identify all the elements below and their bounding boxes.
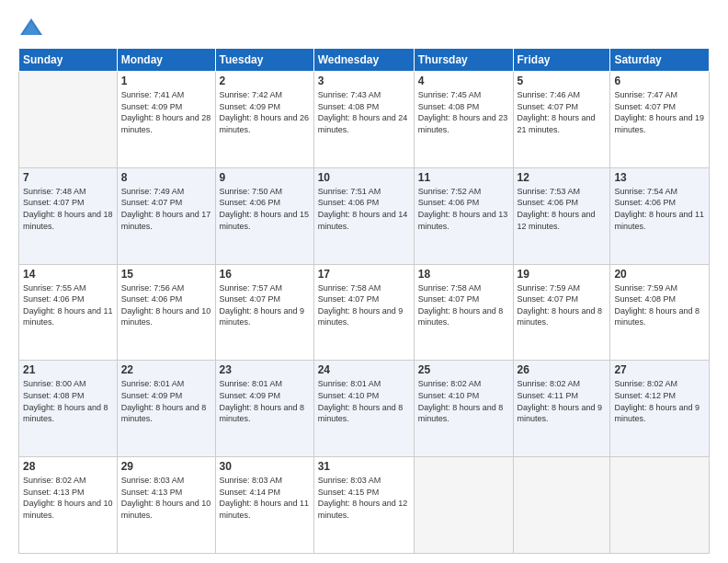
- day-number: 25: [418, 363, 509, 376]
- calendar-day-cell: [19, 72, 118, 168]
- calendar-day-cell: 20Sunrise: 7:59 AMSunset: 4:08 PMDayligh…: [610, 264, 710, 361]
- day-info: Sunrise: 8:03 AMSunset: 4:14 PMDaylight:…: [220, 475, 310, 521]
- day-info: Sunrise: 7:53 AMSunset: 4:06 PMDaylight:…: [518, 186, 607, 232]
- day-number: 19: [518, 268, 607, 281]
- calendar-day-cell: [513, 457, 610, 554]
- day-number: 16: [220, 268, 310, 281]
- day-info: Sunrise: 7:54 AMSunset: 4:06 PMDaylight:…: [614, 186, 705, 232]
- calendar-day-header: Saturday: [610, 49, 710, 72]
- calendar-day-cell: 4Sunrise: 7:45 AMSunset: 4:08 PMDaylight…: [414, 72, 513, 168]
- calendar-day-cell: 11Sunrise: 7:52 AMSunset: 4:06 PMDayligh…: [414, 167, 513, 264]
- day-number: 23: [220, 363, 310, 376]
- day-info: Sunrise: 8:02 AMSunset: 4:11 PMDaylight:…: [518, 378, 607, 424]
- calendar-day-header: Friday: [513, 49, 610, 72]
- day-number: 7: [23, 171, 113, 184]
- calendar-day-cell: [414, 457, 513, 554]
- day-info: Sunrise: 8:02 AMSunset: 4:13 PMDaylight:…: [23, 475, 113, 521]
- day-info: Sunrise: 7:56 AMSunset: 4:06 PMDaylight:…: [121, 282, 211, 328]
- calendar-day-cell: 15Sunrise: 7:56 AMSunset: 4:06 PMDayligh…: [117, 264, 215, 361]
- calendar-day-cell: 28Sunrise: 8:02 AMSunset: 4:13 PMDayligh…: [19, 457, 118, 554]
- day-number: 14: [23, 268, 113, 281]
- calendar-day-cell: 12Sunrise: 7:53 AMSunset: 4:06 PMDayligh…: [513, 167, 610, 264]
- calendar-week-row: 1Sunrise: 7:41 AMSunset: 4:09 PMDaylight…: [19, 72, 710, 168]
- day-number: 18: [418, 268, 509, 281]
- day-number: 4: [418, 75, 509, 87]
- day-number: 13: [614, 171, 705, 184]
- calendar-day-cell: 9Sunrise: 7:50 AMSunset: 4:06 PMDaylight…: [215, 167, 313, 264]
- day-number: 22: [121, 363, 211, 376]
- calendar-day-cell: 29Sunrise: 8:03 AMSunset: 4:13 PMDayligh…: [117, 457, 215, 554]
- calendar-day-cell: 16Sunrise: 7:57 AMSunset: 4:07 PMDayligh…: [215, 264, 313, 361]
- calendar-day-header: Monday: [117, 49, 215, 72]
- day-number: 24: [318, 363, 410, 376]
- day-number: 28: [23, 460, 113, 473]
- day-number: 20: [614, 268, 705, 281]
- calendar-table: SundayMondayTuesdayWednesdayThursdayFrid…: [18, 48, 710, 554]
- day-info: Sunrise: 8:01 AMSunset: 4:09 PMDaylight:…: [220, 378, 310, 424]
- calendar-day-cell: 19Sunrise: 7:59 AMSunset: 4:07 PMDayligh…: [513, 264, 610, 361]
- calendar-day-cell: [610, 457, 710, 554]
- day-info: Sunrise: 7:45 AMSunset: 4:08 PMDaylight:…: [418, 89, 509, 135]
- day-info: Sunrise: 7:52 AMSunset: 4:06 PMDaylight:…: [418, 186, 509, 232]
- page: SundayMondayTuesdayWednesdayThursdayFrid…: [0, 0, 728, 563]
- day-number: 6: [614, 75, 705, 87]
- calendar-day-cell: 3Sunrise: 7:43 AMSunset: 4:08 PMDaylight…: [313, 72, 414, 168]
- day-number: 29: [121, 460, 211, 473]
- day-info: Sunrise: 7:59 AMSunset: 4:08 PMDaylight:…: [614, 282, 705, 328]
- day-number: 15: [121, 268, 211, 281]
- day-info: Sunrise: 7:58 AMSunset: 4:07 PMDaylight:…: [318, 282, 410, 328]
- day-info: Sunrise: 7:47 AMSunset: 4:07 PMDaylight:…: [614, 89, 705, 135]
- day-number: 10: [318, 171, 410, 184]
- calendar-day-cell: 6Sunrise: 7:47 AMSunset: 4:07 PMDaylight…: [610, 72, 710, 168]
- day-info: Sunrise: 7:46 AMSunset: 4:07 PMDaylight:…: [518, 89, 607, 135]
- day-info: Sunrise: 7:41 AMSunset: 4:09 PMDaylight:…: [121, 89, 211, 135]
- calendar-day-cell: 26Sunrise: 8:02 AMSunset: 4:11 PMDayligh…: [513, 361, 610, 457]
- calendar-day-cell: 7Sunrise: 7:48 AMSunset: 4:07 PMDaylight…: [19, 167, 118, 264]
- day-info: Sunrise: 7:50 AMSunset: 4:06 PMDaylight:…: [220, 186, 310, 232]
- calendar-day-header: Sunday: [19, 49, 118, 72]
- calendar-day-cell: 22Sunrise: 8:01 AMSunset: 4:09 PMDayligh…: [117, 361, 215, 457]
- day-info: Sunrise: 7:57 AMSunset: 4:07 PMDaylight:…: [220, 282, 310, 328]
- calendar-day-cell: 10Sunrise: 7:51 AMSunset: 4:06 PMDayligh…: [313, 167, 414, 264]
- calendar-day-cell: 5Sunrise: 7:46 AMSunset: 4:07 PMDaylight…: [513, 72, 610, 168]
- day-number: 2: [220, 75, 310, 87]
- logo: [18, 15, 48, 40]
- day-number: 9: [220, 171, 310, 184]
- day-number: 21: [23, 363, 113, 376]
- day-info: Sunrise: 7:43 AMSunset: 4:08 PMDaylight:…: [318, 89, 410, 135]
- calendar-day-cell: 14Sunrise: 7:55 AMSunset: 4:06 PMDayligh…: [19, 264, 118, 361]
- day-number: 11: [418, 171, 509, 184]
- day-number: 27: [614, 363, 705, 376]
- day-number: 3: [318, 75, 410, 87]
- calendar-day-header: Tuesday: [215, 49, 313, 72]
- calendar-day-cell: 18Sunrise: 7:58 AMSunset: 4:07 PMDayligh…: [414, 264, 513, 361]
- day-number: 8: [121, 171, 211, 184]
- day-info: Sunrise: 7:58 AMSunset: 4:07 PMDaylight:…: [418, 282, 509, 328]
- calendar-week-row: 14Sunrise: 7:55 AMSunset: 4:06 PMDayligh…: [19, 264, 710, 361]
- day-number: 31: [318, 460, 410, 473]
- day-info: Sunrise: 8:02 AMSunset: 4:12 PMDaylight:…: [614, 378, 705, 424]
- day-info: Sunrise: 7:55 AMSunset: 4:06 PMDaylight:…: [23, 282, 113, 328]
- day-number: 5: [518, 75, 607, 87]
- day-number: 30: [220, 460, 310, 473]
- calendar-day-cell: 2Sunrise: 7:42 AMSunset: 4:09 PMDaylight…: [215, 72, 313, 168]
- calendar-day-cell: 27Sunrise: 8:02 AMSunset: 4:12 PMDayligh…: [610, 361, 710, 457]
- day-info: Sunrise: 8:03 AMSunset: 4:15 PMDaylight:…: [318, 475, 410, 521]
- day-info: Sunrise: 8:00 AMSunset: 4:08 PMDaylight:…: [23, 378, 113, 424]
- calendar-day-cell: 8Sunrise: 7:49 AMSunset: 4:07 PMDaylight…: [117, 167, 215, 264]
- calendar-day-cell: 13Sunrise: 7:54 AMSunset: 4:06 PMDayligh…: [610, 167, 710, 264]
- day-info: Sunrise: 7:48 AMSunset: 4:07 PMDaylight:…: [23, 186, 113, 232]
- calendar-day-header: Thursday: [414, 49, 513, 72]
- calendar-day-cell: 1Sunrise: 7:41 AMSunset: 4:09 PMDaylight…: [117, 72, 215, 168]
- calendar-header-row: SundayMondayTuesdayWednesdayThursdayFrid…: [19, 49, 710, 72]
- calendar-day-cell: 25Sunrise: 8:02 AMSunset: 4:10 PMDayligh…: [414, 361, 513, 457]
- calendar-day-cell: 30Sunrise: 8:03 AMSunset: 4:14 PMDayligh…: [215, 457, 313, 554]
- day-info: Sunrise: 8:02 AMSunset: 4:10 PMDaylight:…: [418, 378, 509, 424]
- day-info: Sunrise: 8:01 AMSunset: 4:10 PMDaylight:…: [318, 378, 410, 424]
- calendar-day-cell: 31Sunrise: 8:03 AMSunset: 4:15 PMDayligh…: [313, 457, 414, 554]
- calendar-day-cell: 17Sunrise: 7:58 AMSunset: 4:07 PMDayligh…: [313, 264, 414, 361]
- calendar-day-cell: 23Sunrise: 8:01 AMSunset: 4:09 PMDayligh…: [215, 361, 313, 457]
- day-number: 17: [318, 268, 410, 281]
- day-info: Sunrise: 7:59 AMSunset: 4:07 PMDaylight:…: [518, 282, 607, 328]
- day-info: Sunrise: 8:03 AMSunset: 4:13 PMDaylight:…: [121, 475, 211, 521]
